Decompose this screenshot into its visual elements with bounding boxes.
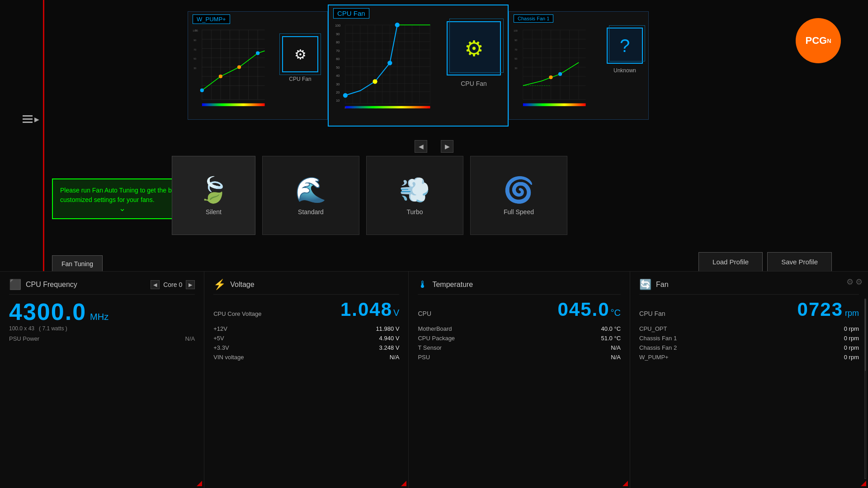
silent-mode-card[interactable]: 🍃 Silent (172, 156, 255, 235)
svg-point-15 (200, 89, 204, 92)
fan-scrollbar[interactable] (864, 299, 866, 479)
cpu-core-voltage-value: 1.048 (340, 300, 392, 319)
fullspeed-mode-card[interactable]: 🌀 Full Speed (470, 156, 567, 235)
svg-text:50: 50 (336, 66, 340, 70)
svg-text:50: 50 (193, 57, 196, 60)
voltage-corner (401, 481, 406, 486)
info-panels: ⬛ CPU Frequency ◀ Core 0 ▶ 4300.0 MHz 10… (0, 271, 868, 488)
temperature-icon: 🌡 (418, 279, 428, 291)
sidebar-toggle[interactable]: ▶ (23, 115, 39, 123)
cpu-fan-3d-icon: ⚙ CPU Fan (447, 21, 501, 87)
temp-row-tsensor: T Sensor N/A (418, 344, 621, 351)
wpump-title: W_PUMP+ (193, 14, 230, 24)
tooltip-box: Please run Fan Auto Tuning to get the be… (52, 178, 192, 219)
wpump-card[interactable]: W_PUMP+ (188, 11, 328, 120)
gear-icon-1[interactable]: ⚙ (846, 277, 854, 287)
fan-panel-title: Fan (656, 281, 669, 289)
logo-text: PCG (805, 35, 827, 47)
nav-prev-arrow[interactable]: ◀ (415, 140, 427, 153)
chassis-fan1-chart-svg: 100 90 70 50 30 (514, 25, 588, 109)
fan-row-cpuopt: CPU_OPT 0 rpm (639, 325, 859, 332)
chevron-right-icon: ▶ (34, 116, 39, 123)
temperature-title: Temperature (432, 281, 473, 289)
cpu-fan-chart-svg: 100 90 80 70 60 50 40 30 20 10 (334, 21, 434, 112)
cpu-temp-value: 045.0 (557, 300, 609, 319)
turbo-mode-card[interactable]: 💨 Turbo (366, 156, 463, 235)
svg-text:30: 30 (336, 83, 340, 86)
hamburger-lines (23, 115, 33, 123)
turbo-label: Turbo (406, 208, 423, 216)
fullspeed-label: Full Speed (504, 208, 534, 216)
voltage-rows: +12V 11.980 V +5V 4.940 V +3.3V 3.248 V … (213, 325, 399, 361)
chassis-fan1-title: Chassis Fan 1 (514, 14, 553, 23)
fan-row-chassis2: Chassis Fan 2 0 rpm (639, 344, 859, 351)
svg-point-59 (343, 93, 348, 98)
core-nav: ◀ Core 0 ▶ (151, 280, 195, 289)
profile-buttons: Load Profile Save Profile (698, 252, 832, 272)
silent-icon: 🍃 (198, 175, 229, 205)
fan-scrollbar-thumb (865, 299, 866, 371)
voltage-title: Voltage (230, 281, 254, 289)
fan-tuning-button[interactable]: Fan Tuning (52, 255, 103, 272)
fan-row-wpump: W_PUMP+ 0 rpm (639, 354, 859, 361)
cpu-temp-unit: °C (611, 308, 621, 318)
chassis-fan1-card[interactable]: Chassis Fan 1 (509, 11, 649, 120)
cpu-freq-title: CPU Frequency (26, 281, 77, 289)
fan-cards-area: W_PUMP+ (50, 5, 787, 140)
save-profile-button[interactable]: Save Profile (767, 252, 832, 272)
cpu-core-voltage-row: CPU Core Voltage 1.048 V (213, 300, 399, 323)
cpu-core-voltage-label: CPU Core Voltage (213, 310, 261, 317)
standard-mode-card[interactable]: 🌊 Standard (262, 156, 359, 235)
svg-rect-19 (202, 103, 265, 106)
temperature-header: 🌡 Temperature (418, 279, 621, 295)
svg-point-17 (237, 65, 241, 69)
svg-rect-74 (345, 106, 430, 108)
load-profile-button[interactable]: Load Profile (698, 252, 763, 272)
gear-icon-2[interactable]: ⚙ (855, 277, 863, 287)
svg-text:70: 70 (336, 49, 340, 53)
cpu-temp-label: CPU (418, 310, 431, 317)
svg-text:40: 40 (336, 74, 340, 78)
fan-panel-corner (861, 481, 866, 486)
mode-row: 🍃 Silent 🌊 Standard 💨 Turbo 🌀 Full Speed (172, 156, 567, 235)
cpu-fan-card[interactable]: CPU Fan 100 90 80 70 60 50 40 30 20 10 (328, 5, 509, 127)
svg-point-61 (387, 61, 392, 65)
cpu-fan-label: CPU Fan (461, 80, 487, 87)
voltage-icon: ⚡ (213, 279, 226, 291)
svg-point-16 (219, 75, 222, 78)
wpump-fan-icon: ⚙ CPU Fan (278, 25, 323, 93)
svg-text:30: 30 (514, 67, 517, 70)
standard-label: Standard (298, 208, 324, 216)
svg-text:30: 30 (193, 67, 196, 70)
svg-point-18 (256, 52, 259, 55)
svg-text:20: 20 (336, 91, 340, 94)
cpu-fan-rpm-label: CPU Fan (639, 310, 665, 317)
svg-text:100: 100 (514, 29, 518, 32)
gear-buttons: ⚙ ⚙ (846, 277, 863, 287)
wpump-chart-svg: % 100 90 70 50 30 (193, 25, 267, 109)
chassis-fan1-label: Unknown (613, 67, 636, 74)
pcgn-logo: PCGN (796, 18, 841, 63)
svg-point-60 (373, 79, 377, 84)
cpu-freq-value: 4300.0 (9, 300, 86, 324)
psu-power-value: N/A (185, 335, 195, 342)
fan-row-chassis1: Chassis Fan 1 0 rpm (639, 335, 859, 342)
svg-text:90: 90 (336, 33, 340, 36)
tooltip-chevron-down: ⌄ (119, 202, 126, 215)
svg-text:90: 90 (514, 39, 517, 42)
core-prev-btn[interactable]: ◀ (151, 280, 160, 289)
svg-text:100: 100 (193, 29, 197, 32)
svg-point-62 (395, 23, 400, 27)
freq-multiplier: 100.0 x 43 (9, 325, 34, 332)
standard-icon: 🌊 (295, 175, 326, 205)
svg-text:100: 100 (335, 24, 340, 28)
chassis-fan1-3d: ? Unknown (607, 28, 643, 74)
core-next-btn[interactable]: ▶ (186, 280, 195, 289)
chassis-fan1-chart: 100 90 70 50 30 (514, 25, 588, 109)
temperature-rows: MotherBoard 40.0 °C CPU Package 51.0 °C … (418, 325, 621, 361)
voltage-row-33v: +3.3V 3.248 V (213, 344, 399, 351)
cpu-fan-rpm-unit: rpm (845, 309, 859, 318)
nav-next-arrow[interactable]: ▶ (441, 140, 453, 153)
temperature-corner (623, 481, 628, 486)
cpu-fan-title: CPU Fan (333, 8, 369, 19)
